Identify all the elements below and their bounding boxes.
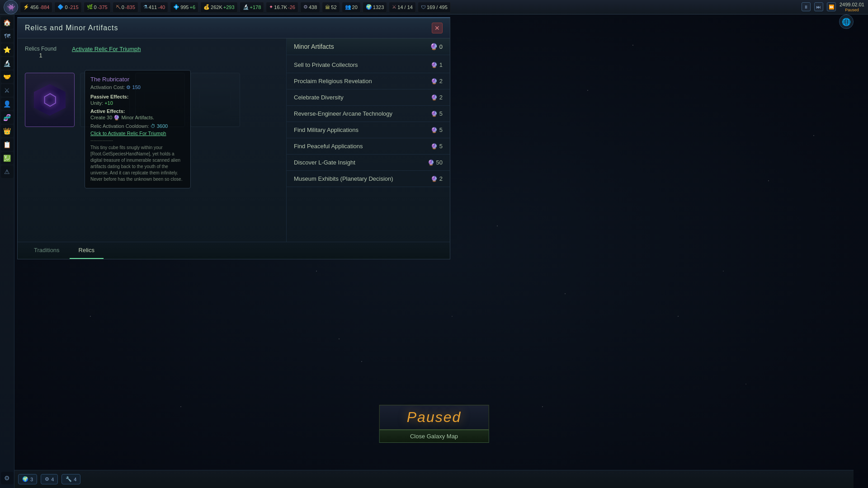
resource-colonies: 🌍 1323 xyxy=(363,2,387,13)
artifact-cost-value-4: 5 xyxy=(439,127,443,133)
minor-artifacts-panel: Minor Artifacts 🔮 0 Sell to Private Coll… xyxy=(287,38,450,242)
artifact-list: Sell to Private Collectors 🔮 1 Proclaim … xyxy=(287,55,450,189)
dialog-header: Relics and Minor Artifacts ✕ xyxy=(18,18,450,38)
close-dialog-button[interactable]: ✕ xyxy=(432,23,443,33)
relics-found-count: 1 xyxy=(25,52,57,59)
relics-dialog: Relics and Minor Artifacts ✕ Relics Foun… xyxy=(17,17,450,259)
close-galaxy-map-button[interactable]: Close Galaxy Map xyxy=(379,430,489,443)
sidebar-icon-research[interactable]: 🔬 xyxy=(1,57,14,70)
relic-name: The Rubricator xyxy=(90,76,185,83)
left-sidebar: 🏠 🗺 ⭐ 🔬 🤝 ⚔ 👤 🧬 👑 📋 💹 ⚠ ⚙ xyxy=(0,14,14,488)
artifact-item-6[interactable]: Discover L-Gate Insight 🔮 50 xyxy=(287,155,450,171)
tab-traditions[interactable]: Traditions xyxy=(25,242,69,259)
artifact-item-1[interactable]: Proclaim Religious Revelation 🔮 2 xyxy=(287,73,450,89)
sidebar-icon-economy[interactable]: 💹 xyxy=(1,152,14,164)
artifact-cost-7: 🔮 2 xyxy=(431,175,443,182)
planet-tab-1[interactable]: 🌍 3 xyxy=(18,474,37,484)
sidebar-icon-settings[interactable]: ⚙ xyxy=(1,472,14,484)
passive-effects-title: Passive Effects: xyxy=(90,94,185,99)
artifact-item-5[interactable]: Find Peaceful Applications 🔮 5 xyxy=(287,138,450,155)
divider: --------------- xyxy=(90,138,185,143)
paused-overlay: Paused Close Galaxy Map xyxy=(379,405,489,443)
resource-starbase: 🛡 169 / 495 xyxy=(418,2,451,13)
artifact-cost-2: 🔮 2 xyxy=(431,94,443,101)
minor-artifacts-header: Minor Artifacts 🔮 0 xyxy=(287,38,450,55)
artifact-item-2[interactable]: Celebrate Diversity 🔮 2 xyxy=(287,89,450,106)
active-effect: Create 30 🔮 Minor Artifacts. xyxy=(90,115,185,121)
cooldown-info: Relic Activation Cooldown: ⏱ 3600 xyxy=(90,123,185,129)
empty-hex-3 xyxy=(199,84,231,116)
activate-relic-link[interactable]: Activate Relic For Triumph xyxy=(72,46,141,52)
sidebar-icon-factions[interactable]: 👤 xyxy=(1,98,14,110)
artifact-cost-0: 🔮 1 xyxy=(431,61,443,68)
resource-alloys: ⛏ 0-835 xyxy=(113,2,138,13)
tab-relics[interactable]: Relics xyxy=(70,242,104,259)
planet-tab-3[interactable]: 🔧 4 xyxy=(61,474,80,484)
sidebar-icon-leaders[interactable]: 👑 xyxy=(1,125,14,137)
top-bar: 👾 ⚡ 456-884 🔷 0-215 🌿 0-375 ⛏ 0-835 ⚗ 41… xyxy=(0,0,868,14)
relic-activation-cost: Activation Cost: ⚙ 150 xyxy=(90,84,185,90)
artifact-name-0: Sell to Private Collectors xyxy=(294,61,358,68)
unity-effect: Unity: +10 xyxy=(90,100,185,106)
sidebar-icon-crisis[interactable]: ⚠ xyxy=(1,165,14,178)
artifact-item-4[interactable]: Find Military Applications 🔮 5 xyxy=(287,122,450,138)
sidebar-icon-diplomacy[interactable]: 🤝 xyxy=(1,70,14,83)
sidebar-icon-map[interactable]: 🗺 xyxy=(1,30,14,42)
resource-research: 🔬 +178 xyxy=(240,2,264,13)
artifact-count-display: 🔮 0 xyxy=(430,43,443,50)
resource-unity: 💠 995+6 xyxy=(170,2,198,13)
artifact-name-1: Proclaim Religious Revelation xyxy=(294,78,372,84)
step-button[interactable]: ⏭ xyxy=(814,2,823,11)
galaxy-map-button[interactable]: 🌐 xyxy=(839,14,854,29)
artifact-cost-icon-0: 🔮 xyxy=(431,62,438,68)
dialog-tabs: Traditions Relics xyxy=(18,242,450,259)
paused-text: Paused xyxy=(379,405,489,430)
sidebar-icon-military[interactable]: ⚔ xyxy=(1,84,14,97)
sidebar-icon-situations[interactable]: 📋 xyxy=(1,138,14,151)
planet-tab-2-icon: ⚙ xyxy=(45,476,49,482)
top-bar-right: ⏸ ⏭ ⏩ 2499.02.01 Paused xyxy=(802,1,864,13)
relic-hex-display xyxy=(32,82,68,118)
active-effects-title: Active Effects: xyxy=(90,108,185,114)
left-panel: Relics Found 1 Activate Relic For Triump… xyxy=(18,38,287,242)
artifact-cost-icon-7: 🔮 xyxy=(431,176,438,182)
resource-influence: ✦ 16.7K-26 xyxy=(266,2,298,13)
relics-found-section: Relics Found 1 xyxy=(25,46,57,59)
artifact-cost-value-7: 2 xyxy=(439,175,443,182)
relic-slot-active[interactable] xyxy=(25,73,75,127)
artifact-cost-value-3: 5 xyxy=(439,110,443,117)
artifact-count-icon: 🔮 xyxy=(430,43,438,50)
planet-tab-2[interactable]: ⚙ 4 xyxy=(41,474,58,484)
artifact-item-0[interactable]: Sell to Private Collectors 🔮 1 xyxy=(287,57,450,73)
planet-tab-3-count: 4 xyxy=(74,477,76,482)
artifact-cost-value-1: 2 xyxy=(439,78,443,84)
artifact-item-7[interactable]: Museum Exhibits (Planetary Decision) 🔮 2 xyxy=(287,171,450,187)
sidebar-icon-home[interactable]: 🏠 xyxy=(1,16,14,29)
activate-relic-triumph-link[interactable]: Click to Activate Relic For Triumph xyxy=(90,131,185,136)
player-avatar[interactable]: 👾 xyxy=(4,0,18,14)
artifact-cost-4: 🔮 5 xyxy=(431,127,443,133)
planet-tab-2-count: 4 xyxy=(51,477,54,482)
artifact-cost-5: 🔮 5 xyxy=(431,143,443,150)
date-text: 2499.02.01 xyxy=(840,1,864,8)
artifact-cost-icon-6: 🔮 xyxy=(428,160,434,166)
sidebar-icon-empire[interactable]: ⭐ xyxy=(1,43,14,56)
relic-slot-empty-3 xyxy=(190,73,240,127)
fast-forward-button[interactable]: ⏩ xyxy=(827,2,836,11)
dialog-body: Relics Found 1 Activate Relic For Triump… xyxy=(18,38,450,242)
artifact-name-5: Find Peaceful Applications xyxy=(294,143,363,150)
dialog-title: Relics and Minor Artifacts xyxy=(25,24,118,32)
artifact-name-7: Museum Exhibits (Planetary Decision) xyxy=(294,175,393,182)
minor-artifacts-title: Minor Artifacts xyxy=(294,43,334,50)
resource-food: 🌿 0-375 xyxy=(84,2,111,13)
resource-fleets: ⚔ 14 / 14 xyxy=(389,2,416,13)
artifact-cost-value-6: 50 xyxy=(436,159,443,166)
artifact-cost-value-0: 1 xyxy=(439,61,443,68)
sidebar-icon-species[interactable]: 🧬 xyxy=(1,111,14,124)
artifact-name-6: Discover L-Gate Insight xyxy=(294,159,355,166)
artifact-name-2: Celebrate Diversity xyxy=(294,94,344,101)
artifact-item-3[interactable]: Reverse-Engineer Arcane Technology 🔮 5 xyxy=(287,106,450,122)
artifact-cost-icon-3: 🔮 xyxy=(431,111,438,117)
resource-consumer-goods: ⚗ 411-40 xyxy=(140,2,168,13)
pause-button[interactable]: ⏸ xyxy=(802,2,811,11)
